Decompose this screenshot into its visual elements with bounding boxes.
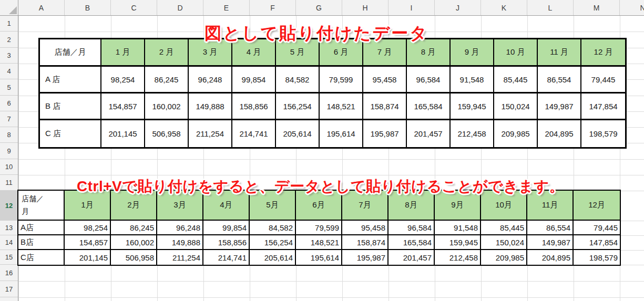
data-table-value-cell[interactable]: 99,854 (203, 221, 250, 235)
image-table-value-cell: 195,987 (363, 120, 407, 147)
image-table-value-cell: 158,874 (363, 94, 407, 120)
column-header-I[interactable]: I (389, 0, 435, 15)
image-table-value-cell: 205,614 (276, 120, 320, 147)
data-table-value-cell[interactable]: 91,548 (435, 221, 481, 235)
column-header-D[interactable]: D (157, 0, 203, 15)
column-header-C[interactable]: C (111, 0, 157, 15)
annotation-pasted-as-image[interactable]: 図として貼り付けたデータ (205, 22, 428, 45)
data-table-value-cell[interactable]: 201,457 (389, 250, 435, 265)
column-header-J[interactable]: J (435, 0, 481, 15)
column-header-M[interactable]: M (574, 0, 620, 15)
data-table-value-cell[interactable]: 79,445 (574, 221, 620, 235)
image-table-value-cell: 85,445 (494, 67, 538, 94)
image-table-value-cell: 84,582 (276, 67, 320, 94)
data-table-value-cell[interactable]: 149,987 (527, 235, 574, 250)
row-header-14[interactable]: 14 (0, 235, 18, 250)
data-table-value-cell[interactable]: 160,002 (111, 235, 157, 250)
row-header-4[interactable]: 4 (0, 64, 18, 79)
data-table-store-label[interactable]: C店 (18, 250, 65, 265)
column-header-G[interactable]: G (296, 0, 342, 15)
image-table-value-cell: 195,614 (320, 120, 363, 147)
image-table-value-cell: 147,854 (581, 94, 625, 120)
row-header-8[interactable]: 8 (0, 127, 18, 143)
image-table-value-cell: 214,741 (232, 120, 276, 147)
data-table-value-cell[interactable]: 201,145 (65, 250, 111, 265)
image-table-value-cell: 201,145 (101, 120, 145, 147)
row-header-11[interactable]: 11 (0, 175, 18, 191)
image-table-value-cell: 209,985 (494, 120, 538, 147)
data-table-value-cell[interactable]: 506,958 (111, 250, 157, 265)
image-table-value-cell: 79,599 (320, 67, 363, 94)
data-table-value-cell[interactable]: 156,254 (250, 235, 296, 250)
data-table-value-cell[interactable]: 165,584 (389, 235, 435, 250)
data-table-value-cell[interactable]: 98,254 (65, 221, 111, 235)
data-table-store-label[interactable]: A店 (18, 221, 65, 235)
data-table-value-cell[interactable]: 195,614 (296, 250, 342, 265)
data-table-value-cell[interactable]: 198,579 (574, 250, 620, 265)
data-table-value-cell[interactable]: 148,521 (296, 235, 342, 250)
image-table-value-cell: 506,958 (145, 120, 189, 147)
data-table-value-cell[interactable]: 96,248 (157, 221, 203, 235)
column-header-N[interactable]: N (620, 0, 644, 15)
column-header-F[interactable]: F (250, 0, 296, 15)
data-table-month-header[interactable]: 12月 (574, 191, 620, 221)
data-table-value-cell[interactable]: 214,741 (203, 250, 250, 265)
data-table-value-cell[interactable]: 147,854 (574, 235, 620, 250)
data-table-value-cell[interactable]: 84,582 (250, 221, 296, 235)
image-table-value-cell: 198,579 (581, 120, 625, 147)
data-table-value-cell[interactable]: 86,554 (527, 221, 574, 235)
column-header-L[interactable]: L (527, 0, 574, 15)
row-header-17[interactable]: 17 (0, 281, 18, 297)
row-header-15[interactable]: 15 (0, 250, 18, 265)
row-header-1[interactable]: 1 (0, 16, 18, 32)
data-table-value-cell[interactable]: 86,245 (111, 221, 157, 235)
data-table-value-cell[interactable]: 159,945 (435, 235, 481, 250)
data-table-value-cell[interactable]: 79,599 (296, 221, 342, 235)
image-table-month-header: 11 月 (538, 39, 581, 67)
data-table-value-cell[interactable]: 209,985 (481, 250, 527, 265)
data-table-value-cell[interactable]: 211,254 (157, 250, 203, 265)
column-header-B[interactable]: B (65, 0, 111, 15)
row-header-16[interactable]: 16 (0, 265, 18, 281)
column-header-E[interactable]: E (203, 0, 250, 15)
data-table-value-cell[interactable]: 195,987 (342, 250, 389, 265)
column-header-K[interactable]: K (481, 0, 527, 15)
data-table-value-cell[interactable]: 150,024 (481, 235, 527, 250)
image-table-value-cell: 204,895 (538, 120, 581, 147)
data-table-value-cell[interactable]: 158,874 (342, 235, 389, 250)
image-table-value-cell: 156,254 (276, 94, 320, 120)
image-table-store-label: A 店 (40, 67, 101, 94)
data-table-value-cell[interactable]: 204,895 (527, 250, 574, 265)
row-header-5[interactable]: 5 (0, 79, 18, 96)
row-header-2[interactable]: 2 (0, 32, 18, 48)
column-header-H[interactable]: H (342, 0, 389, 15)
select-all-triangle-icon (9, 6, 17, 14)
row-header-3[interactable]: 3 (0, 48, 18, 64)
data-table-value-cell[interactable]: 154,857 (65, 235, 111, 250)
data-table-value-cell[interactable]: 149,888 (157, 235, 203, 250)
image-table-value-cell: 98,254 (101, 67, 145, 94)
image-table-value-cell: 149,987 (538, 94, 581, 120)
row-header-12[interactable]: 12 (0, 191, 18, 221)
data-table-value-cell[interactable]: 158,856 (203, 235, 250, 250)
annotation-paste-instruction[interactable]: Ctrl+Vで貼り付けをすると、データとして貼り付けることができます。 (77, 177, 564, 196)
data-table-value-cell[interactable]: 212,458 (435, 250, 481, 265)
image-table-month-header: 9 月 (451, 39, 494, 67)
row-header-9[interactable]: 9 (0, 143, 18, 159)
row-header-7[interactable]: 7 (0, 111, 18, 127)
row-header-10[interactable]: 10 (0, 159, 18, 175)
pasted-image-table[interactable]: 店舗／月1 月2 月3 月4 月5 月6 月7 月8 月9 月10 月11 月1… (38, 38, 627, 149)
excel-sheet: ABCDEFGHIJKLMN 1234567891011121314151617… (0, 0, 644, 301)
data-table-store-label[interactable]: B店 (18, 235, 65, 250)
select-all-corner[interactable] (0, 0, 18, 16)
column-header-A[interactable]: A (18, 0, 65, 15)
data-table-value-cell[interactable]: 205,614 (250, 250, 296, 265)
data-table-value-cell[interactable]: 85,445 (481, 221, 527, 235)
data-table-corner-label[interactable]: 店舗／月 (18, 191, 65, 221)
row-header-6[interactable]: 6 (0, 96, 18, 111)
row-header-13[interactable]: 13 (0, 221, 18, 235)
data-table-value-cell[interactable]: 96,584 (389, 221, 435, 235)
image-table-value-cell: 91,548 (451, 67, 494, 94)
image-table-month-header: 1 月 (101, 39, 145, 67)
data-table-value-cell[interactable]: 95,458 (342, 221, 389, 235)
